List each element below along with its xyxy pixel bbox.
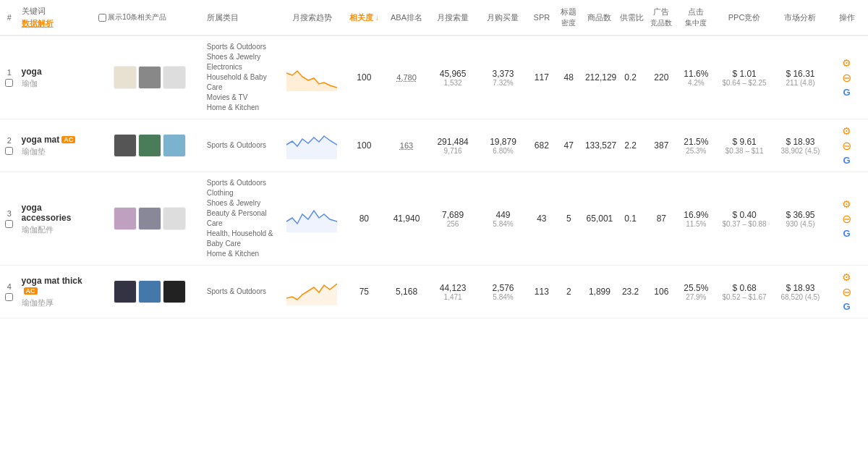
monthly-search-sub: 9,716	[430, 147, 475, 155]
row-checkbox-3[interactable]	[5, 293, 13, 301]
market-cell: $ 36.95 930 (4.5)	[775, 172, 825, 266]
product-image-2[interactable]	[163, 207, 186, 230]
bar-chart-icon[interactable]: ⚙	[842, 125, 851, 137]
minus-circle-icon[interactable]: ⊖	[842, 212, 851, 226]
aba-cell: 4,780	[386, 35, 428, 119]
product-images-cell	[95, 119, 203, 172]
ppc-main-value: $ 9.61	[716, 137, 772, 147]
monthly-buy-cell: 449 5.84%	[478, 172, 528, 266]
market-sub-value: 68,520 (4.5)	[778, 293, 822, 301]
col-header-category: 所属类目	[204, 0, 281, 35]
category-text: Sports & OutdoorsClothingShoes & Jewelry…	[207, 178, 278, 259]
data-analysis-link[interactable]: 数据解析	[22, 18, 54, 29]
click-focus-cell: 16.9% 11.5%	[678, 172, 713, 266]
product-image-0[interactable]	[114, 207, 137, 230]
show-products-checkbox[interactable]	[98, 14, 106, 22]
row-number: 1	[0, 35, 19, 119]
category-text: Sports & Outdoors	[207, 140, 278, 151]
monthly-buy-cell: 2,576 5.84%	[478, 266, 528, 318]
market-main-value: $ 16.31	[778, 69, 822, 79]
keyword-cell: yoga mat thickAC 瑜伽垫厚	[19, 266, 96, 318]
keyword-cn: 瑜伽	[22, 78, 93, 89]
market-cell: $ 16.31 211 (4.8)	[775, 35, 825, 119]
product-images-cell	[95, 266, 203, 318]
row-number: 2	[0, 119, 19, 172]
keyword-cn: 瑜伽垫厚	[22, 297, 93, 308]
keyword-cell: yoga matAC 瑜伽垫	[19, 119, 96, 172]
click-focus-cell: 25.5% 27.9%	[678, 266, 713, 318]
monthly-buy-cell: 3,373 7.32%	[478, 35, 528, 119]
click-focus-cell: 11.6% 4.2%	[678, 35, 713, 119]
bar-chart-icon[interactable]: ⚙	[842, 57, 851, 69]
supply-value: 2.2	[624, 140, 637, 151]
product-image-1[interactable]	[138, 66, 161, 89]
row-checkbox-1[interactable]	[5, 147, 13, 155]
images-group	[98, 280, 200, 303]
category-cell: Sports & Outdoors	[204, 119, 281, 172]
sort-arrow-icon[interactable]: ↓	[375, 14, 379, 22]
minus-circle-icon[interactable]: ⊖	[842, 139, 851, 153]
monthly-search-main: 45,965	[430, 69, 475, 79]
col-header-click-focus: 点击 集中度	[678, 0, 713, 35]
product-image-2[interactable]	[163, 134, 186, 157]
click-pct-sub: 11.5%	[681, 220, 710, 228]
minus-circle-icon[interactable]: ⊖	[842, 71, 851, 85]
table-row: 3 yoga accessories 瑜伽配件 Sports & Outdoor…	[0, 172, 868, 266]
google-icon[interactable]: G	[843, 228, 851, 239]
col-header-monthly-buy: 月购买量	[478, 0, 528, 35]
aba-cell: 5,168	[386, 266, 428, 318]
relevance-value: 80	[359, 214, 369, 224]
col-header-show: 展示10条相关产品	[95, 0, 203, 35]
aba-value: 41,940	[393, 214, 420, 224]
market-main-value: $ 18.93	[778, 137, 822, 147]
monthly-buy-pct: 7.32%	[481, 79, 525, 87]
col-header-relevance: 相关度 ↓	[343, 0, 386, 35]
ppc-main-value: $ 0.40	[716, 210, 772, 220]
row-checkbox-2[interactable]	[5, 220, 13, 228]
product-count-value: 65,001	[587, 214, 613, 224]
monthly-search-sub: 1,532	[430, 79, 475, 87]
click-pct-sub: 4.2%	[681, 79, 710, 87]
google-icon[interactable]: G	[843, 155, 851, 166]
product-image-1[interactable]	[138, 280, 161, 303]
monthly-buy-cell: 19,879 6.80%	[478, 119, 528, 172]
row-checkbox-0[interactable]	[5, 79, 13, 87]
relevance-cell: 100	[343, 119, 386, 172]
google-icon[interactable]: G	[843, 87, 851, 98]
row-number: 4	[0, 266, 19, 318]
market-main-value: $ 36.95	[778, 210, 822, 220]
product-image-1[interactable]	[138, 134, 161, 157]
bar-chart-icon[interactable]: ⚙	[842, 198, 851, 210]
bar-chart-icon[interactable]: ⚙	[842, 271, 851, 283]
product-image-0[interactable]	[114, 66, 137, 89]
ppc-main-value: $ 0.68	[716, 283, 772, 293]
market-sub-value: 38,902 (4.5)	[778, 147, 822, 155]
label-density-cell: 2	[556, 266, 582, 318]
product-image-2[interactable]	[163, 66, 186, 89]
product-image-1[interactable]	[138, 207, 161, 230]
monthly-search-main: 7,689	[430, 210, 475, 220]
market-main-value: $ 18.93	[778, 283, 822, 293]
operate-icons-group: ⚙ ⊖ G	[828, 198, 865, 239]
operate-cell: ⚙ ⊖ G	[825, 266, 868, 318]
col-header-operate: 操作	[825, 0, 868, 35]
product-image-0[interactable]	[114, 280, 137, 303]
keyword-en: yoga matAC	[22, 135, 93, 145]
keyword-cell: yoga accessories 瑜伽配件	[19, 172, 96, 266]
ad-product-value: 387	[654, 140, 668, 151]
product-image-0[interactable]	[114, 134, 137, 157]
click-pct-main: 11.6%	[681, 69, 710, 79]
monthly-search-cell: 291,484 9,716	[427, 119, 477, 172]
product-image-2[interactable]	[163, 280, 186, 303]
category-text: Sports & OutdoorsShoes & JewelryElectron…	[207, 42, 278, 113]
category-cell: Sports & OutdoorsClothingShoes & Jewelry…	[204, 172, 281, 266]
col-header-product-count: 商品数	[582, 0, 617, 35]
click-pct-main: 25.5%	[681, 283, 710, 293]
col-header-ppc: PPC竞价	[713, 0, 775, 35]
ad-product-cell: 87	[644, 172, 678, 266]
minus-circle-icon[interactable]: ⊖	[842, 285, 851, 299]
google-icon[interactable]: G	[843, 301, 851, 312]
col-header-num: #	[0, 0, 19, 35]
product-count-value: 212,129	[585, 72, 616, 83]
label-density-cell: 48	[556, 35, 582, 119]
